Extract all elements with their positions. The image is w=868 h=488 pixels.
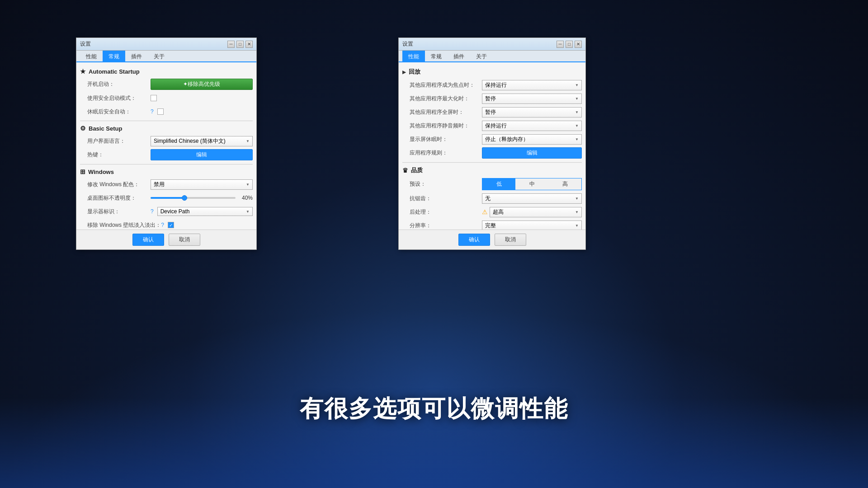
right-dialog-tabs: 性能 常规 插件 关于 <box>399 51 585 62</box>
safe-mode-control <box>151 95 253 101</box>
section-playback: ▶ 回放 <box>402 68 582 76</box>
language-control: Simplified Chinese (简体中文) ▼ <box>151 136 253 146</box>
label-preset: 预设： <box>410 180 482 188</box>
monitor-id-select[interactable]: Device Path ▼ <box>157 207 253 216</box>
label-language: 用户界面语言： <box>87 137 151 145</box>
focus-value: 保持运行 <box>485 81 507 89</box>
right-cancel-button[interactable]: 取消 <box>495 234 526 246</box>
divider-right-1 <box>402 162 582 163</box>
color-scheme-select[interactable]: 禁用 ▼ <box>151 179 253 190</box>
maximize-button[interactable]: □ <box>236 41 244 48</box>
section-windows: ⊞ Windows <box>80 168 253 175</box>
section-setup-label: Basic Setup <box>89 125 122 132</box>
fullscreen-select[interactable]: 暂停 ▼ <box>482 107 582 117</box>
tab-plugins-left[interactable]: 插件 <box>125 51 148 62</box>
sleep-safe-checkbox[interactable] <box>157 108 164 115</box>
label-autostart: 开机启动： <box>87 80 151 88</box>
fullscreen-value: 暂停 <box>485 108 496 116</box>
left-cancel-button[interactable]: 取消 <box>169 234 200 246</box>
section-basic-setup: ⚙ Basic Setup <box>80 125 253 132</box>
help-icon-wallpaper[interactable]: ? <box>161 222 164 228</box>
postprocessing-arrow-icon: ▼ <box>575 210 579 214</box>
focus-select[interactable]: 保持运行 ▼ <box>482 80 582 90</box>
tab-performance-right[interactable]: 性能 <box>402 51 425 62</box>
wallpaper-fade-checkbox[interactable] <box>168 222 174 228</box>
postprocessing-select[interactable]: 超高 ▼ <box>490 207 582 217</box>
resolution-value: 完整 <box>485 222 496 230</box>
antialiasing-arrow-icon: ▼ <box>575 197 579 201</box>
section-quality: ♛ 品质 <box>402 166 582 174</box>
label-maximize: 其他应用程序最大化时： <box>410 95 482 103</box>
safe-mode-checkbox[interactable] <box>151 95 157 101</box>
maximize-arrow-icon: ▼ <box>575 97 579 101</box>
startup-icon: ★ <box>80 68 86 75</box>
language-select[interactable]: Simplified Chinese (简体中文) ▼ <box>151 136 253 146</box>
opacity-slider-thumb[interactable] <box>182 195 187 201</box>
mute-select[interactable]: 保持运行 ▼ <box>482 121 582 131</box>
row-fullscreen: 其他应用程序全屏时： 暂停 ▼ <box>402 107 582 117</box>
label-safe-mode: 使用安全启动模式： <box>87 94 151 102</box>
mute-control: 保持运行 ▼ <box>482 121 582 131</box>
quality-low-button[interactable]: 低 <box>482 178 515 190</box>
opacity-slider-fill <box>151 197 184 199</box>
opacity-value: 40% <box>239 195 253 201</box>
postprocessing-value: 超高 <box>493 208 504 216</box>
help-icon-sleep[interactable]: ? <box>151 108 154 115</box>
label-focus: 其他应用程序成为焦点时： <box>410 81 482 89</box>
row-resolution: 分辨率： 完整 ▼ <box>402 220 582 230</box>
help-icon-monitor[interactable]: ? <box>151 208 154 215</box>
row-wallpaper-fade: 移除 Windows 壁纸淡入淡出： ? <box>80 220 253 230</box>
setup-icon: ⚙ <box>80 125 86 132</box>
label-color-scheme: 修改 Windows 配色： <box>87 181 151 188</box>
autostart-control: ✦移除高优先级 <box>151 79 253 90</box>
label-sleep-safe: 休眠后安全自动： <box>87 108 151 116</box>
section-windows-label: Windows <box>88 169 114 175</box>
maximize-value: 暂停 <box>485 95 496 103</box>
divider-1 <box>80 121 253 121</box>
left-dialog: 设置 ─ □ ✕ 性能 常规 插件 关于 ★ Automatic Startup… <box>76 38 257 250</box>
close-button[interactable]: ✕ <box>245 41 253 48</box>
section-playback-label: 回放 <box>409 68 420 76</box>
right-minimize-button[interactable]: ─ <box>557 41 564 48</box>
resolution-control: 完整 ▼ <box>482 221 582 230</box>
left-dialog-tabs: 性能 常规 插件 关于 <box>76 51 256 62</box>
right-confirm-button[interactable]: 确认 <box>458 234 490 246</box>
app-rules-control: 编辑 <box>482 147 582 159</box>
subtitle: 有很多选项可以微调性能 <box>0 393 868 425</box>
tab-performance-left[interactable]: 性能 <box>80 51 103 62</box>
maximize-select[interactable]: 暂停 ▼ <box>482 94 582 104</box>
right-dialog-titlebar: 设置 ─ □ ✕ <box>399 38 585 51</box>
left-confirm-button[interactable]: 确认 <box>132 234 164 246</box>
monitor-id-value: Device Path <box>160 208 190 215</box>
color-scheme-value: 禁用 <box>154 181 165 188</box>
fullscreen-arrow-icon: ▼ <box>575 110 579 114</box>
right-dialog-footer: 确认 取消 <box>399 230 585 249</box>
focus-control: 保持运行 ▼ <box>482 80 582 90</box>
quality-high-button[interactable]: 高 <box>548 178 581 190</box>
edit-hotkey-button[interactable]: 编辑 <box>151 149 253 160</box>
right-close-button[interactable]: ✕ <box>575 41 582 48</box>
right-maximize-button[interactable]: □ <box>566 41 573 48</box>
row-color-scheme: 修改 Windows 配色： 禁用 ▼ <box>80 179 253 190</box>
row-postprocessing: 后处理： ⚠ 超高 ▼ <box>402 206 582 217</box>
antialiasing-select[interactable]: 无 ▼ <box>482 193 582 204</box>
quality-icon: ♛ <box>402 167 408 174</box>
language-value: Simplified Chinese (简体中文) <box>154 137 226 145</box>
edit-rules-button[interactable]: 编辑 <box>482 147 582 159</box>
quality-mid-button[interactable]: 中 <box>515 178 548 190</box>
remove-priority-button[interactable]: ✦移除高优先级 <box>151 79 253 90</box>
tab-plugins-right[interactable]: 插件 <box>448 51 470 62</box>
right-dialog-title: 设置 <box>402 40 413 48</box>
tab-general-right[interactable]: 常规 <box>425 51 448 62</box>
tab-general-left[interactable]: 常规 <box>103 51 125 62</box>
resolution-select[interactable]: 完整 ▼ <box>482 221 582 230</box>
row-safe-mode: 使用安全启动模式： <box>80 93 253 103</box>
row-app-rules: 应用程序规则： 编辑 <box>402 147 582 159</box>
minimize-button[interactable]: ─ <box>227 41 235 48</box>
row-focus: 其他应用程序成为焦点时： 保持运行 ▼ <box>402 80 582 90</box>
label-monitor-id: 显示器标识： <box>87 208 151 216</box>
screen-sleep-value: 停止（释放内存） <box>485 136 528 143</box>
tab-about-left[interactable]: 关于 <box>148 51 170 62</box>
screen-sleep-select[interactable]: 停止（释放内存） ▼ <box>482 134 582 145</box>
tab-about-right[interactable]: 关于 <box>470 51 493 62</box>
